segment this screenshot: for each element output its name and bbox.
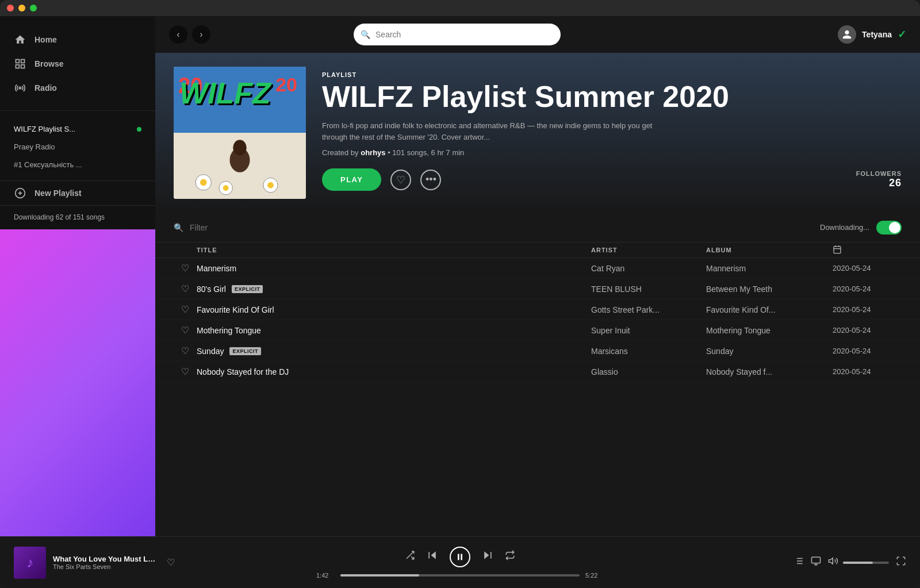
track-row[interactable]: ♡ Nobody Stayed for the DJ Glassio Nobod…	[155, 362, 920, 382]
track-row[interactable]: ♡ Mothering Tongue Super Inuit Mothering…	[155, 320, 920, 341]
sidebar-nav: Home Browse	[0, 16, 155, 106]
playlist-item-0[interactable]: WILFZ Playlist S...	[0, 120, 155, 138]
track-row[interactable]: ♡ Mannerism Cat Ryan Mannerism 2020-05-2…	[155, 258, 920, 279]
track-album-4: Sunday	[706, 347, 833, 356]
now-playing-section: ♪ What You Love You Must Love Now The Si…	[14, 547, 175, 579]
play-button[interactable]: PLAY	[322, 168, 381, 191]
filter-input[interactable]	[174, 223, 290, 232]
active-indicator	[137, 127, 141, 132]
track-heart-3[interactable]: ♡	[174, 325, 197, 336]
progress-track[interactable]	[340, 574, 580, 577]
track-list-container[interactable]: TITLE ARTIST ALBUM ♡ Mannerism	[155, 243, 920, 536]
volume-icon[interactable]	[828, 556, 838, 569]
sidebar-item-radio[interactable]: Radio	[0, 76, 155, 100]
track-row[interactable]: ♡ Favourite Kind Of Girl Gotts Street Pa…	[155, 299, 920, 320]
shuffle-button[interactable]	[405, 550, 415, 563]
track-heart-4[interactable]: ♡	[174, 345, 197, 356]
radio-label: Radio	[34, 83, 57, 93]
like-button[interactable]: ♡	[390, 170, 411, 190]
current-time: 1:42	[316, 572, 335, 579]
new-playlist-button[interactable]: New Playlist	[0, 180, 155, 205]
track-date-3: 2020-05-24	[833, 326, 902, 335]
fullscreen-button[interactable]	[896, 556, 906, 569]
track-heart-2[interactable]: ♡	[174, 304, 197, 315]
playlist-actions: PLAY ♡ ••• FOLLOWERS 26	[322, 168, 902, 191]
browse-icon	[14, 57, 26, 70]
now-playing-cover: ♪	[14, 547, 46, 579]
svg-rect-16	[834, 247, 841, 253]
filter-search-icon: 🔍	[174, 223, 183, 232]
playlist-item-1[interactable]: Praey Radio	[0, 138, 155, 156]
col-title-header: TITLE	[197, 247, 591, 253]
now-playing-info: What You Love You Must Love Now The Six …	[53, 555, 160, 570]
track-title-cell-3: Mothering Tongue	[197, 326, 591, 335]
track-row[interactable]: ♡ Sunday EXPLICIT Marsicans Sunday 2020-…	[155, 341, 920, 362]
playlist-info: PLAYLIST WILFZ Playlist Summer 2020 From…	[322, 67, 902, 191]
track-heart-1[interactable]: ♡	[174, 283, 197, 294]
track-title-3: Mothering Tongue	[197, 326, 261, 335]
close-button[interactable]	[7, 5, 14, 11]
track-row[interactable]: ♡ 80's Girl EXPLICIT TEEN BLUSH Between …	[155, 279, 920, 299]
download-status-text: Downloading 62 of 151 songs	[14, 213, 105, 221]
volume-track[interactable]	[843, 562, 889, 564]
track-heart-5[interactable]: ♡	[174, 366, 197, 377]
player-center: 1:42 5:22	[175, 547, 745, 579]
track-title-5: Nobody Stayed for the DJ	[197, 367, 289, 376]
followers-info: FOLLOWERS 26	[856, 170, 902, 189]
sidebar-item-browse[interactable]: Browse	[0, 52, 155, 76]
repeat-button[interactable]	[505, 550, 515, 563]
user-area[interactable]: Tetyana ✓	[838, 25, 906, 44]
track-artist-5: Glassio	[591, 367, 706, 376]
track-artist-0: Cat Ryan	[591, 264, 706, 273]
track-date-2: 2020-05-24	[833, 305, 902, 314]
track-date-1: 2020-05-24	[833, 285, 902, 293]
plus-circle-icon	[14, 187, 26, 199]
playlist-meta: Created by ohrhys • 101 songs, 6 hr 7 mi…	[322, 148, 902, 157]
forward-button[interactable]: ›	[192, 25, 210, 44]
track-artist-3: Super Inuit	[591, 326, 706, 335]
wilfz-cover-art: 20 WILFZ 20	[174, 67, 306, 199]
track-heart-0[interactable]: ♡	[174, 263, 197, 274]
track-title-cell-0: Mannerism	[197, 264, 591, 273]
more-options-button[interactable]: •••	[420, 170, 441, 190]
now-playing-artist: The Six Parts Seven	[53, 563, 160, 570]
nav-arrows: ‹ ›	[169, 25, 210, 44]
minimize-button[interactable]	[18, 5, 25, 11]
playlist-label-0: WILFZ Playlist S...	[14, 125, 75, 133]
svg-rect-34	[812, 557, 821, 563]
playlist-song-count: 101 songs, 6 hr 7 min	[392, 148, 464, 157]
col-date-header	[833, 245, 902, 255]
filter-bar: 🔍 Downloading...	[155, 213, 920, 243]
col-artist-header: ARTIST	[591, 247, 706, 253]
previous-button[interactable]	[427, 549, 438, 564]
track-title-1: 80's Girl	[197, 285, 226, 294]
playlist-cover-art: 20 WILFZ 20	[174, 67, 306, 199]
sidebar-item-home[interactable]: Home	[0, 28, 155, 52]
cover-wilfz-text: WILFZ	[179, 78, 271, 108]
title-bar	[0, 0, 920, 16]
back-button[interactable]: ‹	[169, 25, 187, 44]
svg-marker-26	[484, 551, 489, 559]
maximize-button[interactable]	[30, 5, 37, 11]
search-bar: 🔍	[354, 24, 561, 45]
followers-label: FOLLOWERS	[856, 170, 902, 177]
track-album-2: Favourite Kind Of...	[706, 305, 833, 314]
svg-rect-0	[16, 60, 20, 63]
track-date-4: 2020-05-24	[833, 347, 902, 355]
home-icon	[14, 33, 26, 46]
cover-decoration	[174, 126, 306, 199]
svg-rect-25	[461, 554, 462, 560]
track-title-cell-1: 80's Girl EXPLICIT	[197, 285, 591, 294]
browse-label: Browse	[34, 59, 64, 68]
next-button[interactable]	[482, 549, 493, 564]
download-toggle[interactable]	[876, 221, 902, 235]
playlist-item-2[interactable]: #1 Сексуальність ...	[0, 156, 155, 174]
search-input[interactable]	[354, 24, 561, 45]
now-playing-heart-button[interactable]: ♡	[167, 557, 175, 568]
filter-wrapper: 🔍	[174, 223, 290, 232]
devices-button[interactable]	[811, 556, 821, 569]
track-album-5: Nobody Stayed f...	[706, 367, 833, 376]
volume-fill	[843, 562, 873, 564]
queue-button[interactable]	[793, 556, 804, 569]
play-pause-button[interactable]	[450, 547, 470, 567]
